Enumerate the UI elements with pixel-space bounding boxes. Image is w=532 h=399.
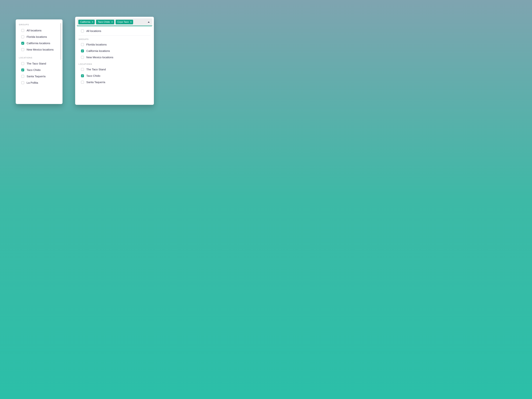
location-option[interactable]: The Taco Stand <box>16 60 63 67</box>
locations-heading: LOCATIONS <box>16 56 63 60</box>
filter-panel-compact: GROUPS All locations Florida locations C… <box>16 19 63 104</box>
checkbox-icon[interactable] <box>21 62 24 65</box>
locations-heading: LOCATIONS <box>77 61 152 66</box>
checkbox-icon[interactable] <box>81 81 84 84</box>
groups-heading: GROUPS <box>77 36 152 41</box>
checkbox-icon[interactable] <box>21 48 24 51</box>
checkbox-icon[interactable] <box>81 30 84 32</box>
all-locations-option[interactable]: All locations <box>77 28 152 34</box>
checkbox-icon[interactable] <box>81 50 84 52</box>
checkbox-icon[interactable] <box>81 68 84 71</box>
option-label: New Mexico locations <box>86 56 113 59</box>
checkbox-icon[interactable] <box>21 29 24 32</box>
chip-label: Taco Chido <box>98 21 110 23</box>
group-option[interactable]: All locations <box>16 27 63 34</box>
location-option[interactable]: Taco Chido <box>16 67 63 73</box>
option-label: California locations <box>27 42 50 45</box>
location-option[interactable]: Taco Chido <box>77 73 152 79</box>
scrollbar[interactable] <box>60 23 61 60</box>
group-option[interactable]: Florida locations <box>16 34 63 40</box>
checkbox-icon[interactable] <box>81 56 84 59</box>
checkbox-icon[interactable] <box>21 35 24 38</box>
selection-chip[interactable]: Taco Chido ✕ <box>96 20 114 24</box>
caret-up-icon[interactable] <box>148 22 150 23</box>
groups-heading: GROUPS <box>16 22 63 27</box>
location-option[interactable]: La Pollita <box>16 80 63 86</box>
chip-label: Coyo Taco <box>117 21 129 23</box>
option-label: California locations <box>86 49 110 52</box>
filter-panel-expanded: California ✕ Taco Chido ✕ Coyo Taco ✕ Al… <box>75 17 154 105</box>
option-label: The Taco Stand <box>27 62 46 65</box>
location-option[interactable]: Santa Taquería <box>16 73 63 80</box>
selection-chip-input[interactable]: California ✕ Taco Chido ✕ Coyo Taco ✕ <box>77 18 152 26</box>
checkbox-icon[interactable] <box>81 74 84 77</box>
option-label: Taco Chido <box>86 74 100 77</box>
close-icon[interactable]: ✕ <box>92 21 93 23</box>
option-label: All locations <box>27 29 42 32</box>
close-icon[interactable]: ✕ <box>130 21 132 23</box>
checkbox-icon[interactable] <box>21 75 24 78</box>
option-label: Florida locations <box>27 35 47 38</box>
option-label: Taco Chido <box>27 68 41 72</box>
option-label: Santa Taquería <box>86 81 105 84</box>
checkbox-icon[interactable] <box>81 43 84 46</box>
checkbox-icon[interactable] <box>21 69 24 71</box>
checkbox-icon[interactable] <box>21 81 24 84</box>
option-label: Florida locations <box>86 43 107 46</box>
group-option[interactable]: California locations <box>16 40 63 46</box>
option-label: The Taco Stand <box>86 68 106 71</box>
close-icon[interactable]: ✕ <box>111 21 113 23</box>
location-option[interactable]: Santa Taquería <box>77 79 152 85</box>
selection-chip[interactable]: California ✕ <box>78 20 95 24</box>
selection-chip[interactable]: Coyo Taco ✕ <box>116 20 133 24</box>
option-label: All locations <box>86 29 101 32</box>
chip-label: California <box>80 21 90 23</box>
group-option[interactable]: New Mexico locations <box>16 46 63 53</box>
group-option[interactable]: California locations <box>77 48 152 54</box>
location-option[interactable]: The Taco Stand <box>77 66 152 73</box>
option-label: New Mexico locations <box>27 48 54 51</box>
checkbox-icon[interactable] <box>21 42 24 45</box>
group-option[interactable]: Florida locations <box>77 41 152 48</box>
option-label: La Pollita <box>27 81 38 84</box>
group-option[interactable]: New Mexico locations <box>77 54 152 61</box>
option-label: Santa Taquería <box>27 75 45 78</box>
